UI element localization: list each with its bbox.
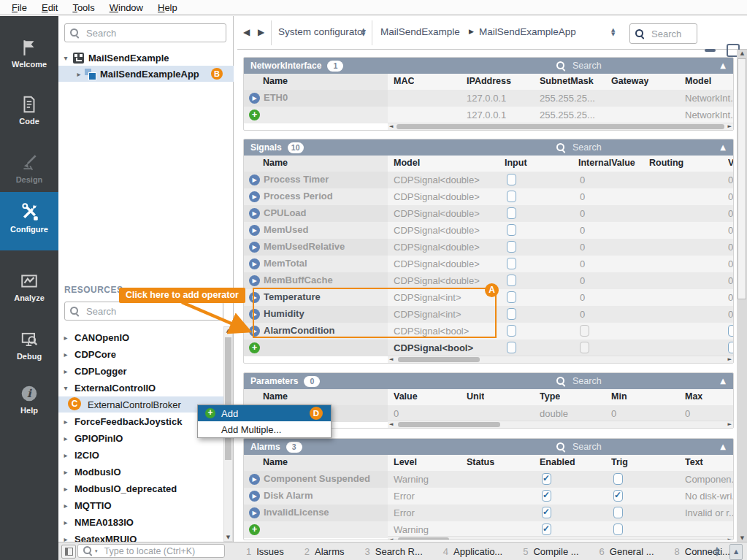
expand-row-icon[interactable]: ▶ <box>249 225 260 236</box>
expand-row-icon[interactable]: ▶ <box>249 474 260 485</box>
mode-configure[interactable]: Configure <box>0 192 58 250</box>
table-row[interactable]: ▶Process Period CDPSignal<double>00 <box>244 188 734 205</box>
mode-analyze[interactable]: Analyze <box>0 263 58 318</box>
enabled-checkbox[interactable] <box>542 523 551 535</box>
table-search-input[interactable] <box>571 441 647 453</box>
scrollbar-thumb[interactable] <box>398 422 500 427</box>
column-header[interactable]: Value <box>728 158 734 168</box>
scroll-down-icon[interactable]: ▼ <box>738 535 746 541</box>
table-search-input[interactable] <box>571 60 647 72</box>
input-checkbox[interactable] <box>507 191 516 202</box>
internalvalue-checkbox[interactable] <box>580 325 589 337</box>
mode-welcome[interactable]: Welcome <box>0 29 58 83</box>
panel-button-compile-output[interactable]: 5Compile ... <box>513 542 589 560</box>
column-header[interactable]: Enabled <box>540 457 575 467</box>
menu-item-add-multiple[interactable]: Add Multiple... <box>198 421 331 437</box>
column-header[interactable]: Max <box>685 391 702 402</box>
panel-button-issues[interactable]: 1Issues <box>236 542 294 560</box>
perspective-selector[interactable]: System configurator <box>278 26 366 37</box>
column-header[interactable]: Gateway <box>611 76 648 86</box>
expand-row-icon[interactable]: ▶ <box>249 275 260 286</box>
resource-item[interactable]: ▸CDPLogger <box>58 363 223 379</box>
scrollbar-thumb[interactable] <box>398 537 449 540</box>
expand-row-icon[interactable]: ▶ <box>249 491 260 502</box>
menu-file[interactable]: File <box>4 1 34 14</box>
scrollbar-thumb[interactable] <box>397 124 724 129</box>
menu-window[interactable]: Window <box>102 1 150 14</box>
scrollbar-thumb[interactable] <box>225 337 231 460</box>
trig-checkbox[interactable] <box>613 523 623 535</box>
updown-arrows-icon[interactable]: ▲▼ <box>715 546 719 556</box>
enabled-checkbox[interactable] <box>542 473 551 485</box>
menu-edit[interactable]: Edit <box>34 1 65 14</box>
table-header-bar[interactable]: Alarms 3 ▲ <box>244 439 733 455</box>
chevron-down-icon[interactable]: ▾ <box>95 548 98 554</box>
resource-item[interactable]: ▸ModbusIO <box>58 464 223 480</box>
mode-help[interactable]: i Help <box>0 375 58 428</box>
column-header[interactable]: Name <box>263 457 288 467</box>
chevron-right-icon[interactable]: ▸ <box>74 70 83 78</box>
column-header[interactable]: Value <box>394 391 418 402</box>
toolbar-search-box[interactable] <box>629 23 697 44</box>
collapse-section-icon[interactable]: ▲ <box>720 61 726 69</box>
chevron-right-icon[interactable]: ▸ <box>61 518 70 526</box>
panel-button-search-results[interactable]: 3Search R... <box>355 542 433 560</box>
resource-item[interactable]: ▸I2CIO <box>58 447 223 463</box>
scroll-left-icon[interactable]: ◄ <box>389 123 393 130</box>
project-search-input[interactable] <box>85 27 221 39</box>
column-header[interactable]: Name <box>263 391 288 402</box>
chevron-right-icon[interactable]: ▸ <box>61 367 70 375</box>
value-checkbox[interactable] <box>728 342 734 353</box>
horizontal-scrollbar[interactable]: ◄► <box>388 536 733 540</box>
expand-row-icon[interactable]: ▶ <box>249 242 260 253</box>
input-checkbox[interactable] <box>507 342 516 353</box>
sidebar-toggle-button[interactable] <box>61 545 76 559</box>
updown-arrows-icon[interactable]: ▲▼ <box>611 28 615 37</box>
locate-box[interactable]: ▾ <box>77 544 225 558</box>
column-header[interactable]: InternalValue <box>578 158 643 168</box>
collapse-section-icon[interactable]: ▲ <box>720 442 726 450</box>
column-header[interactable]: Model <box>685 76 711 86</box>
expand-row-icon[interactable]: ▶ <box>249 507 260 518</box>
resource-item[interactable]: ▸CDPCore <box>58 346 223 362</box>
input-checkbox[interactable] <box>507 258 516 269</box>
input-checkbox[interactable] <box>507 241 516 253</box>
expand-row-icon[interactable]: ▶ <box>249 93 260 104</box>
expand-panel-button[interactable]: ▲ <box>729 544 743 560</box>
add-row-icon[interactable]: + <box>249 110 260 120</box>
table-row[interactable]: ▶InvalidLicense ErrorInvalid or r... <box>244 505 734 521</box>
chevron-right-icon[interactable]: ▸ <box>61 485 70 493</box>
scrollbar-thumb[interactable] <box>398 357 480 362</box>
trig-checkbox[interactable] <box>613 507 623 518</box>
forward-icon[interactable]: ▶ <box>258 27 264 37</box>
table-row[interactable]: ▶ETH0 127.0.0.1 255.255.25... NetworkInt… <box>244 90 734 107</box>
column-header[interactable]: Routing <box>649 158 683 168</box>
scroll-left-icon[interactable]: ◄ <box>389 537 393 540</box>
add-row[interactable]: + CDPSignal<bool> <box>244 340 734 356</box>
resource-item[interactable]: ▾ExternalControlIO <box>58 380 223 396</box>
table-row[interactable]: ▶MemTotal CDPSignal<double>00 <box>244 256 734 272</box>
mode-code[interactable]: Code <box>0 86 58 140</box>
project-search-box[interactable] <box>64 23 226 42</box>
table-header-bar[interactable]: Parameters 0 ▲ <box>244 373 733 389</box>
add-row-icon[interactable]: + <box>249 524 260 535</box>
chevron-right-icon[interactable]: ▸ <box>61 434 70 442</box>
column-header[interactable]: Type <box>540 391 560 402</box>
scroll-left-icon[interactable]: ◄ <box>389 421 393 428</box>
column-header[interactable]: IPAddress <box>467 76 511 86</box>
chevron-right-icon[interactable]: ▸ <box>61 418 70 426</box>
column-header[interactable]: Name <box>263 158 288 168</box>
chevron-right-icon[interactable]: ▸ <box>61 451 70 459</box>
table-header-bar[interactable]: NetworkInterface 1 ▲ <box>244 58 733 74</box>
expand-row-icon[interactable]: ▶ <box>249 191 260 202</box>
expand-row-icon[interactable]: ▶ <box>249 174 260 185</box>
locate-input[interactable] <box>103 545 219 557</box>
input-checkbox[interactable] <box>507 207 516 219</box>
enabled-checkbox[interactable] <box>542 507 551 518</box>
breadcrumb-parent[interactable]: MailSendExample <box>380 26 460 37</box>
panel-button-application-output[interactable]: 4Applicatio... <box>433 542 513 560</box>
table-row[interactable]: ▶Disk Alarm ErrorNo disk-wri... <box>244 488 734 505</box>
resource-item[interactable]: ▸MQTTIO <box>58 497 223 513</box>
input-checkbox[interactable] <box>507 224 516 236</box>
column-header[interactable]: Unit <box>467 391 484 402</box>
